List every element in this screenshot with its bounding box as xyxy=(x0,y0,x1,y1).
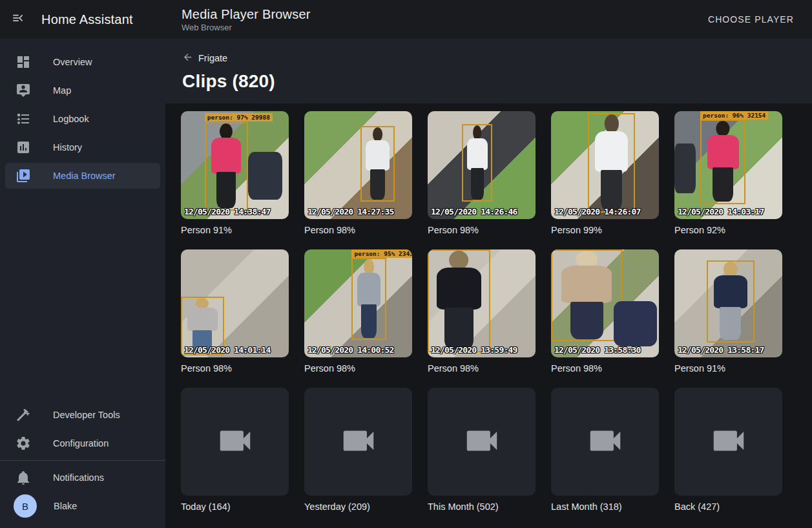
folder-thumbnail xyxy=(551,388,659,496)
timestamp-overlay: 12/05/2020 13:58:17 xyxy=(678,345,764,355)
clip-caption: Person 98% xyxy=(181,363,289,374)
sidebar-toggle-button[interactable] xyxy=(3,4,34,35)
clip-card[interactable]: person: 95% 23432 12/05/2020 14:00:52 Pe… xyxy=(304,249,412,374)
page-title: Media Player Browser xyxy=(182,7,311,22)
person-silhouette-head xyxy=(716,121,730,136)
person-silhouette-head xyxy=(373,127,383,141)
person-silhouette-torso xyxy=(187,308,217,331)
sidebar-item-history[interactable]: History xyxy=(5,134,160,160)
stroller-silhouette xyxy=(674,143,696,193)
person-silhouette-legs xyxy=(444,308,474,350)
sidebar-item-media-browser[interactable]: Media Browser xyxy=(5,163,160,189)
person-silhouette-head xyxy=(450,251,469,269)
page-subtitle: Web Browser xyxy=(182,23,311,32)
clip-card[interactable]: 12/05/2020 13:59:49 Person 98% xyxy=(428,249,536,374)
sidebar-item-notifications[interactable]: Notifications xyxy=(5,465,160,491)
clip-card[interactable]: 12/05/2020 14:26:46 Person 98% xyxy=(428,111,536,235)
video-camera-icon xyxy=(338,421,379,463)
clip-card[interactable]: 12/05/2020 14:26:07 Person 99% xyxy=(551,111,659,235)
avatar: B xyxy=(14,494,37,518)
sidebar-item-logbook[interactable]: Logbook xyxy=(5,106,160,132)
timestamp-overlay: 12/05/2020 13:59:49 xyxy=(431,345,517,355)
clips-grid: person: 97% 29988 12/05/2020 14:38:47 Pe… xyxy=(181,111,796,512)
clip-thumbnail: 12/05/2020 14:26:46 xyxy=(428,111,536,219)
timestamp-overlay: 12/05/2020 13:58:30 xyxy=(554,345,641,355)
video-camera-icon xyxy=(585,421,625,463)
detection-bounding-box xyxy=(700,120,745,204)
breadcrumb-back[interactable]: Frigate xyxy=(182,52,227,65)
clip-caption: Person 92% xyxy=(674,225,782,235)
clip-card[interactable]: 12/05/2020 13:58:17 Person 91% xyxy=(674,249,782,374)
clip-thumbnail: 12/05/2020 13:58:30 xyxy=(551,249,659,357)
person-silhouette-head xyxy=(220,123,233,140)
sidebar-item-map[interactable]: Map xyxy=(5,78,160,103)
person-silhouette-head xyxy=(724,262,738,277)
media-browser-content[interactable]: person: 97% 29988 12/05/2020 14:38:47 Pe… xyxy=(165,103,812,528)
person-silhouette-head xyxy=(473,125,482,140)
tooltip-account-icon xyxy=(16,83,31,98)
sidebar-item-profile[interactable]: B Blake xyxy=(5,493,160,519)
timestamp-overlay: 12/05/2020 14:01:14 xyxy=(184,345,271,355)
detection-bounding-box xyxy=(205,122,248,211)
video-camera-icon xyxy=(215,421,255,463)
clip-card[interactable]: 12/05/2020 14:01:14 Person 98% xyxy=(181,249,289,374)
timestamp-overlay: 12/05/2020 14:38:47 xyxy=(184,207,271,216)
person-silhouette-legs xyxy=(720,307,741,341)
detection-bounding-box xyxy=(351,258,386,340)
person-silhouette-torso xyxy=(211,138,241,174)
hammer-icon xyxy=(16,407,31,423)
person-silhouette-legs xyxy=(370,169,386,200)
person-silhouette-legs xyxy=(361,304,377,338)
sidebar-item-label: History xyxy=(53,142,82,153)
choose-player-button[interactable]: CHOOSE PLAYER xyxy=(703,9,799,30)
menu-open-icon xyxy=(10,10,26,28)
sidebar-item-configuration[interactable]: Configuration xyxy=(5,430,160,456)
sidebar-item-overview[interactable]: Overview xyxy=(5,49,160,75)
sidebar-item-label: Blake xyxy=(54,501,77,511)
folder-thumbnail xyxy=(674,388,782,496)
clip-card[interactable]: 12/05/2020 14:27:35 Person 98% xyxy=(304,111,412,235)
folder-card[interactable]: Yesterday (209) xyxy=(304,388,412,512)
clip-thumbnail: 12/05/2020 14:27:35 xyxy=(304,111,412,219)
person-silhouette-torso xyxy=(707,135,739,169)
sidebar-item-label: Configuration xyxy=(53,438,109,449)
person-silhouette-torso xyxy=(714,275,747,309)
person-silhouette-torso xyxy=(366,140,390,171)
timestamp-overlay: 12/05/2020 14:27:35 xyxy=(307,207,394,216)
folder-card[interactable]: Back (427) xyxy=(674,388,782,512)
clip-caption: Person 98% xyxy=(428,363,536,374)
sidebar-item-label: Developer Tools xyxy=(53,410,120,420)
gear-icon xyxy=(16,436,31,451)
clip-caption: Person 98% xyxy=(304,225,412,235)
detection-label: person: 97% 29988 xyxy=(205,113,273,121)
person-silhouette-legs xyxy=(713,167,733,202)
clip-card[interactable]: person: 97% 29988 12/05/2020 14:38:47 Pe… xyxy=(181,111,289,235)
list-bulleted-icon xyxy=(16,111,31,127)
clip-caption: Person 91% xyxy=(674,363,782,374)
clip-thumbnail: person: 97% 29988 12/05/2020 14:38:47 xyxy=(181,111,289,219)
folder-thumbnail xyxy=(181,388,289,496)
folder-card[interactable]: Today (164) xyxy=(181,388,289,512)
folder-card[interactable]: Last Month (318) xyxy=(551,388,659,512)
person-silhouette-head xyxy=(364,259,374,274)
person-silhouette-head xyxy=(604,114,618,132)
timestamp-overlay: 12/05/2020 14:26:46 xyxy=(431,207,517,216)
sidebar-nav-list: Overview Map Logbook History Media Brows xyxy=(0,39,165,191)
sidebar-item-label: Map xyxy=(53,85,71,96)
timestamp-overlay: 12/05/2020 14:00:52 xyxy=(307,345,394,355)
detection-bounding-box xyxy=(551,249,622,341)
person-silhouette-legs xyxy=(471,168,484,200)
folder-card[interactable]: This Month (502) xyxy=(428,388,536,512)
clip-card[interactable]: person: 96% 32154 12/05/2020 14:03:17 Pe… xyxy=(674,111,782,235)
clip-caption: Person 99% xyxy=(551,225,659,235)
person-silhouette-torso xyxy=(437,268,481,310)
clip-caption: Person 98% xyxy=(304,363,412,374)
detection-bounding-box xyxy=(588,113,635,213)
clip-thumbnail: person: 95% 23432 12/05/2020 14:00:52 xyxy=(304,249,412,357)
clip-card[interactable]: 12/05/2020 13:58:30 Person 98% xyxy=(551,249,659,374)
play-box-multiple-icon xyxy=(16,168,31,184)
sidebar-item-developer-tools[interactable]: Developer Tools xyxy=(5,402,160,428)
clip-caption: Person 98% xyxy=(428,225,536,235)
sidebar-item-label: Media Browser xyxy=(53,171,116,181)
chart-box-icon xyxy=(16,140,31,155)
